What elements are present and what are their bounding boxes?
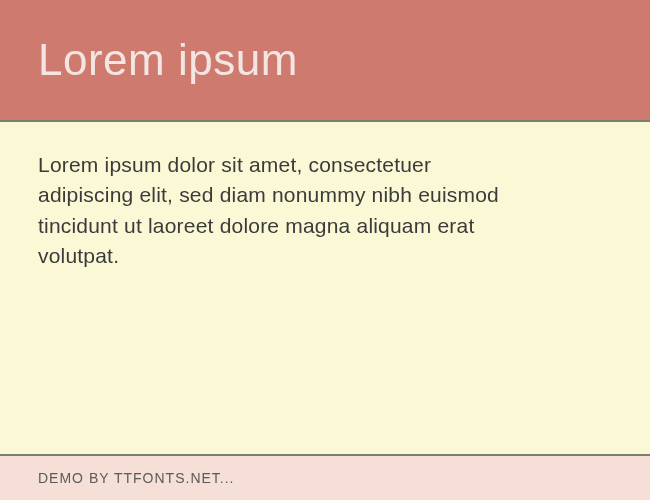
- footer-text: DEMO BY TTFONTS.NET...: [38, 470, 235, 486]
- footer-bar: DEMO BY TTFONTS.NET...: [0, 456, 650, 500]
- body-paragraph: Lorem ipsum dolor sit amet, consectetuer…: [38, 150, 518, 272]
- header-title: Lorem ipsum: [38, 35, 298, 85]
- body-area: Lorem ipsum dolor sit amet, consectetuer…: [0, 122, 650, 454]
- header-banner: Lorem ipsum: [0, 0, 650, 120]
